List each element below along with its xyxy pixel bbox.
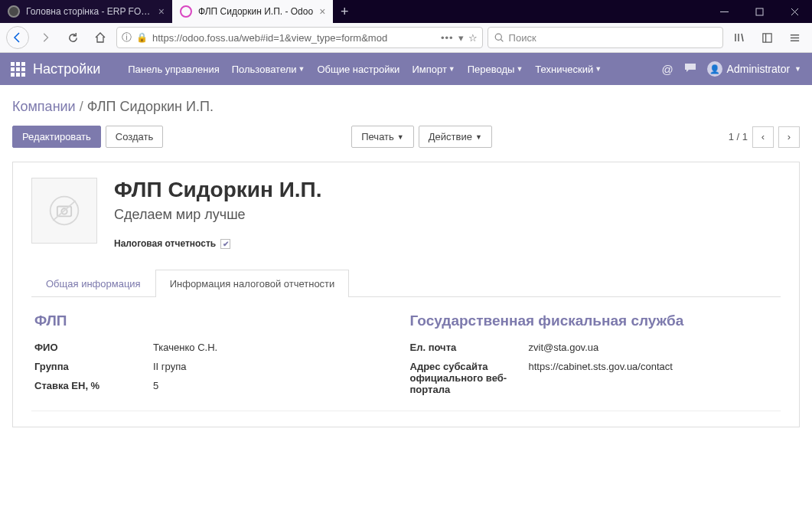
svg-line-8 [742, 34, 743, 41]
avatar-icon: 👤 [707, 61, 722, 77]
reload-button[interactable] [61, 26, 84, 49]
group-label: Группа [34, 361, 153, 372]
breadcrumb-current: ФЛП Сидоркин И.П. [87, 99, 214, 114]
menu-translations[interactable]: Переводы▼ [463, 61, 528, 78]
browser-tab-0[interactable]: Головна сторінка - ERP FOSS × [0, 0, 172, 23]
tab-tax-info[interactable]: Информация налоговой отчетности [155, 270, 350, 297]
svg-rect-1 [756, 8, 763, 15]
apps-grid-icon [11, 62, 25, 77]
close-window-button[interactable] [777, 0, 812, 23]
user-name: Administrator [727, 63, 790, 75]
bookmark-icon[interactable]: ☆ [468, 32, 478, 44]
forward-button[interactable] [34, 26, 57, 49]
svg-line-5 [501, 39, 503, 41]
new-tab-button[interactable]: + [333, 0, 356, 23]
user-menu[interactable]: 👤 Administrator ▼ [707, 61, 801, 77]
sidebar-icon[interactable] [755, 26, 778, 49]
mentions-icon[interactable]: @ [661, 63, 673, 76]
svg-point-4 [495, 34, 501, 40]
info-icon[interactable]: ⓘ [122, 31, 132, 44]
svg-line-17 [53, 201, 75, 221]
rate-value: 5 [153, 380, 158, 391]
app-title: Настройки [33, 61, 100, 77]
breadcrumb: Компании / ФЛП Сидоркин И.П. [12, 99, 800, 115]
browser-tab-1[interactable]: ФЛП Сидоркин И.П. - Odoo × [172, 0, 333, 23]
email-value: zvit@sta.gov.ua [529, 342, 599, 353]
tab-label: ФЛП Сидоркин И.П. - Odoo [198, 6, 313, 17]
home-button[interactable] [89, 26, 112, 49]
record-tagline: Сделаем мир лучше [114, 207, 322, 223]
page-action-icon[interactable]: ••• [441, 32, 454, 44]
caret-down-icon: ▼ [794, 65, 801, 73]
search-bar[interactable]: Поиск [488, 27, 723, 48]
record-title: ФЛП Сидоркин И.П. [114, 178, 322, 202]
browser-toolbar: ⓘ 🔒 https://odoo.foss.ua/web#id=1&view_t… [0, 23, 812, 53]
maximize-button[interactable] [742, 0, 777, 23]
print-button[interactable]: Печать▼ [351, 126, 414, 148]
reader-icon[interactable]: ▾ [458, 32, 464, 44]
menu-icon[interactable] [783, 26, 806, 49]
portal-label: Адрес субсайта официального веб-портала [410, 361, 529, 395]
menu-dashboard[interactable]: Панель управления [123, 61, 223, 78]
caret-down-icon: ▼ [595, 65, 602, 73]
create-button[interactable]: Создать [106, 126, 163, 148]
tab-general[interactable]: Общая информация [31, 270, 155, 297]
image-placeholder[interactable] [31, 178, 97, 244]
close-icon[interactable]: × [158, 5, 165, 18]
caret-down-icon: ▼ [298, 65, 305, 73]
window-buttons [706, 0, 812, 23]
close-icon[interactable]: × [319, 5, 325, 18]
tax-report-checkbox[interactable]: ✔ [220, 239, 230, 249]
app-navbar: Настройки Панель управления Пользователи… [0, 53, 812, 85]
fio-value: Ткаченко С.Н. [153, 342, 217, 353]
url-bar[interactable]: ⓘ 🔒 https://odoo.foss.ua/web#id=1&view_t… [116, 27, 483, 48]
top-menu: Панель управления Пользователи▼ Общие на… [123, 61, 606, 78]
apps-menu[interactable]: Настройки [11, 61, 109, 77]
menu-general[interactable]: Общие настройки [312, 61, 404, 78]
menu-users[interactable]: Пользователи▼ [227, 61, 310, 78]
form-tabs: Общая информация Информация налоговой от… [31, 269, 781, 297]
fio-label: ФИО [34, 342, 153, 353]
breadcrumb-root[interactable]: Компании [12, 99, 76, 114]
rate-label: Ставка ЕН, % [34, 380, 153, 391]
tax-report-label: Налоговая отчетность [114, 238, 216, 249]
url-text: https://odoo.foss.ua/web#id=1&view_type=… [152, 32, 436, 44]
lock-icon: 🔒 [136, 32, 148, 43]
pager: 1 / 1 ‹ › [729, 126, 800, 148]
tab-label: Головна сторінка - ERP FOSS [26, 6, 152, 17]
favicon-icon [8, 5, 20, 18]
minimize-button[interactable] [706, 0, 742, 23]
search-placeholder: Поиск [509, 32, 536, 44]
email-label: Ел. почта [410, 342, 529, 353]
portal-value: https://cabinet.sts.gov.ua/contact [529, 361, 673, 395]
menu-technical[interactable]: Технический▼ [530, 61, 606, 78]
form-sheet: ФЛП Сидоркин И.П. Сделаем мир лучше Нало… [12, 162, 800, 427]
caret-down-icon: ▼ [448, 65, 455, 73]
messages-icon[interactable] [684, 63, 696, 76]
group-value: II група [153, 361, 186, 372]
browser-titlebar: Головна сторінка - ERP FOSS × ФЛП Сидорк… [0, 0, 812, 23]
pager-prev[interactable]: ‹ [752, 126, 774, 148]
caret-down-icon: ▼ [516, 65, 523, 73]
search-icon [494, 33, 504, 43]
pager-next[interactable]: › [778, 126, 800, 148]
library-icon[interactable] [728, 26, 751, 49]
svg-rect-9 [762, 33, 771, 41]
edit-button[interactable]: Редактировать [12, 126, 101, 148]
action-button[interactable]: Действие▼ [419, 126, 492, 148]
menu-import[interactable]: Импорт▼ [407, 61, 459, 78]
back-button[interactable] [6, 26, 29, 49]
flp-heading: ФЛП [34, 312, 403, 329]
favicon-icon [180, 5, 192, 18]
gfs-heading: Государственная фискальная служба [410, 312, 778, 329]
camera-icon [47, 194, 81, 227]
